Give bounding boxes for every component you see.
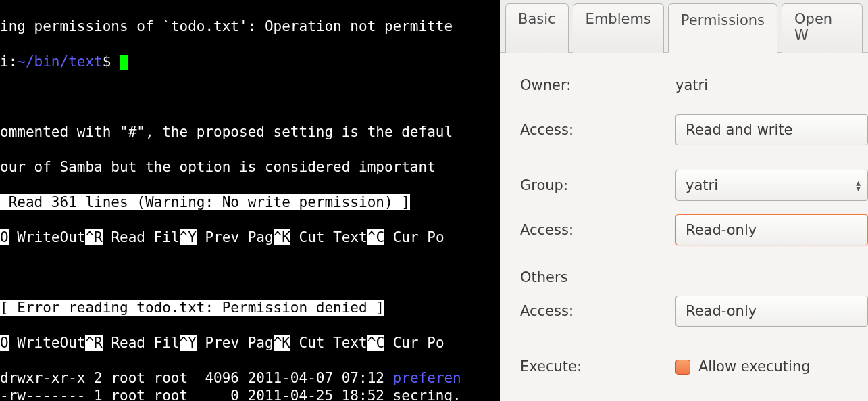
term-line: ing permissions of `todo.txt': Operation… — [0, 18, 500, 35]
combo-value: Read-only — [686, 303, 757, 319]
others-access-combo[interactable]: Read-only — [675, 296, 868, 327]
permissions-form: Owner: yatri Access: Read and write Grou… — [500, 53, 868, 383]
terminal-pane[interactable]: ing permissions of `todo.txt': Operation… — [0, 0, 500, 401]
term-blank — [0, 264, 500, 281]
tab-emblems[interactable]: Emblems — [573, 3, 664, 53]
others-access-label: Access: — [520, 303, 675, 319]
term-fnkeys: O WriteOut^R Read Fil^Y Prev Pag^K Cut T… — [0, 334, 500, 352]
tab-basic[interactable]: Basic — [505, 3, 569, 53]
tab-open-with[interactable]: Open W — [782, 3, 863, 53]
term-blank — [0, 88, 500, 105]
tab-permissions[interactable]: Permissions — [668, 3, 777, 53]
term-prompt: i:~/bin/text$ — [0, 53, 500, 70]
owner-value: yatri — [675, 77, 708, 93]
properties-pane: Basic Emblems Permissions Open W Owner: … — [500, 0, 868, 401]
term-line: ommented with "#", the proposed setting … — [0, 123, 500, 141]
owner-access-combo[interactable]: Read and write — [675, 114, 868, 145]
group-access-label: Access: — [520, 222, 675, 238]
ls-row: -rw------- 1 root root 0 2011-04-25 18:5… — [0, 387, 500, 401]
owner-access-label: Access: — [520, 122, 675, 138]
checkbox-icon[interactable] — [675, 360, 690, 375]
chevron-updown-icon — [856, 180, 861, 191]
term-line: [ Error reading todo.txt: Permission den… — [0, 299, 500, 316]
execute-checkbox-row[interactable]: Allow executing — [675, 358, 811, 375]
execute-label: Execute: — [520, 358, 675, 375]
group-access-combo[interactable]: Read-only — [675, 214, 868, 245]
ls-row: drwxr-xr-x 2 root root 4096 2011-04-07 0… — [0, 369, 500, 387]
owner-label: Owner: — [520, 77, 675, 93]
term-line: our of Samba but the option is considere… — [0, 158, 500, 176]
term-fnkeys: O WriteOut^R Read Fil^Y Prev Pag^K Cut T… — [0, 229, 500, 246]
term-line: Read 361 lines (Warning: No write permis… — [0, 193, 500, 211]
combo-value: yatri — [686, 177, 718, 193]
group-label: Group: — [520, 177, 675, 193]
tab-bar: Basic Emblems Permissions Open W — [500, 0, 868, 53]
execute-checkbox-label: Allow executing — [698, 358, 811, 375]
others-header: Others — [520, 269, 868, 285]
cursor-icon — [120, 55, 128, 70]
combo-value: Read-only — [686, 222, 757, 238]
group-combo[interactable]: yatri — [675, 170, 868, 201]
combo-value: Read and write — [686, 122, 792, 138]
